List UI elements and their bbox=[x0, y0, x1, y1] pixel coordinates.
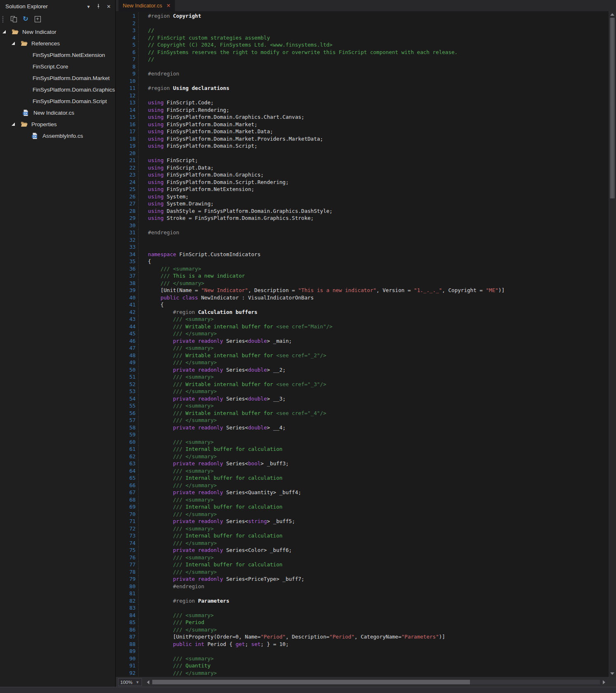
tree-item[interactable]: C#New Indicator.cs bbox=[0, 107, 115, 118]
code-line-text[interactable]: using FinSysPlatform.Domain.Market.Provi… bbox=[139, 135, 323, 143]
code-line[interactable]: 27using System.Drawing; bbox=[116, 200, 609, 207]
code-line-text[interactable] bbox=[139, 150, 148, 157]
code-line[interactable]: 9#endregion bbox=[116, 70, 609, 78]
code-line[interactable]: 33 bbox=[116, 243, 609, 251]
code-line[interactable]: 55 /// <summary> bbox=[116, 402, 609, 410]
code-line[interactable]: 87 [UnitProperty(Order=0, Name="Period",… bbox=[116, 633, 609, 641]
vertical-scrollbar[interactable] bbox=[609, 11, 616, 677]
code-line[interactable]: 1#region Copyright bbox=[116, 12, 609, 20]
code-line[interactable]: 68 /// <summary> bbox=[116, 496, 609, 504]
code-line[interactable]: 48 /// Writable internal buffer for <see… bbox=[116, 352, 609, 359]
code-line[interactable]: 3// bbox=[116, 27, 609, 34]
code-line[interactable]: 17using FinSysPlatform.Domain.Market.Dat… bbox=[116, 128, 609, 135]
vertical-scroll-thumb[interactable] bbox=[610, 18, 615, 198]
tree-item[interactable]: New Indicator bbox=[0, 26, 115, 38]
code-line-text[interactable]: /// Writable internal buffer for <see cr… bbox=[139, 352, 326, 359]
code-line[interactable]: 28using DashStyle = FinSysPlatform.Domai… bbox=[116, 207, 609, 215]
tree-item[interactable]: FinSysPlatform.Domain.Market bbox=[0, 72, 115, 84]
horizontal-scrollbar[interactable] bbox=[147, 680, 605, 684]
code-line[interactable]: 8 bbox=[116, 63, 609, 71]
code-line[interactable]: 71 private readonly Series<string> _buff… bbox=[116, 518, 609, 525]
code-line-text[interactable]: private readonly Series<PriceType> _buff… bbox=[139, 575, 304, 583]
code-line-text[interactable]: #endregion bbox=[139, 70, 179, 78]
code-line[interactable]: 38 /// </summary> bbox=[116, 280, 609, 287]
code-line-text[interactable] bbox=[139, 92, 148, 99]
scroll-up-arrow-icon[interactable] bbox=[610, 13, 614, 16]
code-line-text[interactable]: /// </summary> bbox=[139, 568, 217, 576]
code-line[interactable]: 76 /// <summary> bbox=[116, 554, 609, 561]
code-line-text[interactable]: /// <summary> bbox=[139, 316, 214, 323]
code-line[interactable]: 52 /// Writable internal buffer for <see… bbox=[116, 381, 609, 388]
code-line-text[interactable]: /// </summary> bbox=[139, 511, 217, 518]
code-line-text[interactable]: private readonly Series<double> __2; bbox=[139, 366, 286, 374]
code-line[interactable]: 26using System; bbox=[116, 193, 609, 200]
code-line-text[interactable]: private readonly Series<double> __4; bbox=[139, 424, 286, 431]
expander-icon[interactable] bbox=[12, 123, 21, 126]
code-line[interactable]: 29using Stroke = FinSysPlatform.Domain.G… bbox=[116, 214, 609, 222]
code-line-text[interactable]: /// Internal buffer for calculation bbox=[139, 446, 283, 453]
code-line[interactable]: 39 [Unit(Name = "New Indicator", Descrip… bbox=[116, 287, 609, 294]
code-line[interactable]: 49 /// </summary> bbox=[116, 359, 609, 366]
code-line-text[interactable]: /// Period bbox=[139, 619, 205, 626]
code-line-text[interactable]: [Unit(Name = "New Indicator", Descriptio… bbox=[139, 287, 505, 294]
code-line-text[interactable]: #region Copyright bbox=[139, 12, 201, 20]
code-line[interactable]: 23using FinSysPlatform.Domain.Graphics; bbox=[116, 171, 609, 179]
code-line-text[interactable] bbox=[139, 78, 148, 85]
code-line[interactable]: 57 /// </summary> bbox=[116, 417, 609, 424]
horizontal-scroll-thumb[interactable] bbox=[152, 680, 470, 684]
code-line-text[interactable]: /// Internal buffer for calculation bbox=[139, 532, 283, 540]
code-line[interactable]: 6// FinSystems reserves the right to mod… bbox=[116, 49, 609, 56]
code-line-text[interactable]: // FinScript custom strategies assembly bbox=[139, 34, 270, 42]
tree-item[interactable]: FinSysPlatform.Domain.Script bbox=[0, 95, 115, 107]
code-line-text[interactable]: using System; bbox=[139, 193, 189, 200]
code-line[interactable]: 16using FinSysPlatform.Domain.Market; bbox=[116, 121, 609, 128]
code-line-text[interactable]: /// </summary> bbox=[139, 359, 217, 366]
code-line[interactable]: 5// Copyright (C) 2024, FinSystems Ltd. … bbox=[116, 41, 609, 49]
code-line-text[interactable]: using Stroke = FinSysPlatform.Domain.Gra… bbox=[139, 214, 314, 222]
code-line[interactable]: 18using FinSysPlatform.Domain.Market.Pro… bbox=[116, 135, 609, 143]
code-line[interactable]: 22using FinScript.Data; bbox=[116, 164, 609, 172]
code-line-text[interactable]: private readonly Series<Quantity> _buff4… bbox=[139, 489, 302, 496]
code-line-text[interactable]: // bbox=[139, 56, 154, 63]
code-line[interactable]: 60 /// <summary> bbox=[116, 438, 609, 446]
code-line[interactable]: 84 /// <summary> bbox=[116, 612, 609, 619]
code-line-text[interactable]: /// </summary> bbox=[139, 482, 217, 489]
code-line[interactable]: 90 /// <summary> bbox=[116, 655, 609, 662]
code-line-text[interactable]: /// Writable internal buffer for <see cr… bbox=[139, 410, 326, 417]
code-line[interactable]: 36 /// <summary> bbox=[116, 265, 609, 273]
code-line[interactable]: 25using FinSysPlatform.NetExtension; bbox=[116, 186, 609, 193]
code-line[interactable]: 7// bbox=[116, 56, 609, 63]
code-line[interactable]: 67 private readonly Series<Quantity> _bu… bbox=[116, 489, 609, 496]
code-line[interactable]: 2 bbox=[116, 20, 609, 27]
expander-icon[interactable] bbox=[2, 30, 12, 33]
code-line[interactable]: 11#region Using declarations bbox=[116, 85, 609, 92]
tree-item[interactable]: References bbox=[0, 38, 115, 49]
code-line[interactable]: 85 /// Period bbox=[116, 619, 609, 626]
code-line[interactable]: 10 bbox=[116, 78, 609, 85]
code-line-text[interactable]: /// Writable internal buffer for <see cr… bbox=[139, 323, 333, 330]
code-line-text[interactable]: // bbox=[139, 27, 154, 34]
zoom-select[interactable]: 100% ▼ bbox=[118, 678, 142, 686]
code-line-text[interactable]: using FinSysPlatform.Domain.Market.Data; bbox=[139, 128, 273, 135]
code-line-text[interactable]: /// <summary> bbox=[139, 373, 214, 381]
code-line[interactable]: 59 bbox=[116, 431, 609, 438]
code-line[interactable]: 62 /// </summary> bbox=[116, 453, 609, 460]
code-line-text[interactable]: /// <summary> bbox=[139, 655, 214, 662]
code-line-text[interactable]: /// Internal buffer for calculation bbox=[139, 474, 283, 482]
code-line[interactable]: 89 bbox=[116, 648, 609, 655]
tab-close-icon[interactable]: ✕ bbox=[166, 3, 170, 8]
code-line-text[interactable]: { bbox=[139, 301, 164, 309]
code-line[interactable]: 75 private readonly Series<Color> _buff6… bbox=[116, 547, 609, 554]
code-line-text[interactable]: /// </summary> bbox=[139, 330, 217, 337]
scroll-left-arrow-icon[interactable] bbox=[147, 680, 149, 684]
code-line[interactable]: 24using FinSysPlatform.Domain.Script.Ren… bbox=[116, 179, 609, 186]
scroll-down-arrow-icon[interactable] bbox=[610, 672, 614, 675]
code-line[interactable]: 34namespace FinScript.CustomIndicators bbox=[116, 251, 609, 258]
code-line[interactable]: 70 /// </summary> bbox=[116, 511, 609, 518]
code-line[interactable]: 50 private readonly Series<double> __2; bbox=[116, 366, 609, 374]
code-line[interactable]: 4// FinScript custom strategies assembly bbox=[116, 34, 609, 42]
code-line[interactable]: 19using FinSysPlatform.Domain.Script; bbox=[116, 142, 609, 150]
code-line[interactable]: 86 /// </summary> bbox=[116, 626, 609, 634]
code-line-text[interactable]: /// <summary> bbox=[139, 344, 214, 352]
code-line[interactable]: 37 /// This is a new indicator bbox=[116, 272, 609, 280]
